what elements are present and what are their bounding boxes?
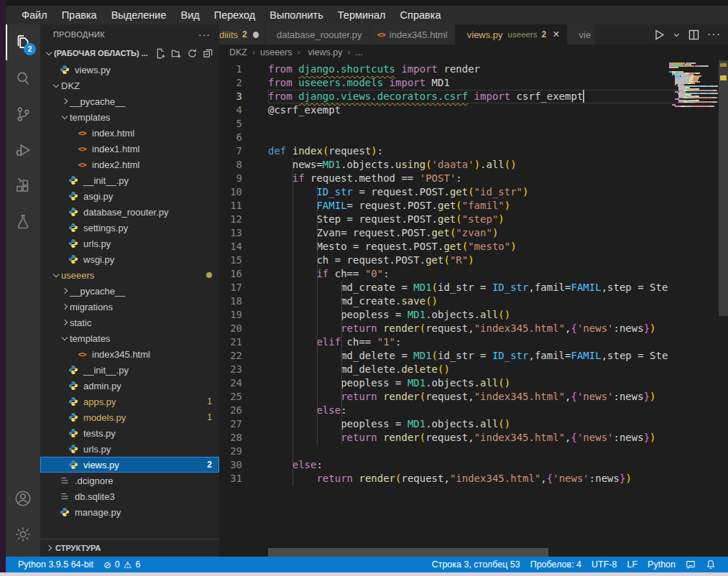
python-file-icon	[68, 206, 79, 218]
breadcrumb-item-DKZ[interactable]: DKZ	[229, 47, 247, 57]
tree-item-DKZ[interactable]: DKZ	[40, 78, 219, 93]
tree-item-tests.py[interactable]: tests.py	[40, 425, 219, 441]
tree-item-index2.html[interactable]: <>index2.html	[40, 157, 219, 172]
minimap[interactable]	[669, 62, 718, 107]
indent-guide	[317, 185, 318, 445]
code-line-24: peopless = MD1.objects.all()	[268, 376, 696, 390]
menu-Терминал[interactable]: Терминал	[331, 6, 393, 24]
python-interpreter-status[interactable]: Python 3.9.5 64-bit	[13, 557, 98, 572]
run-dropdown-icon[interactable]	[673, 31, 681, 39]
tree-item-__init__.py[interactable]: __init__.py	[40, 172, 219, 188]
settings-gear-icon[interactable]	[6, 516, 40, 552]
tree-item-index.html[interactable]: <>index.html	[40, 125, 219, 141]
tree-item-views.py[interactable]: views.py	[40, 62, 219, 78]
account-icon[interactable]	[6, 480, 40, 516]
tree-item-label: __init__.py	[83, 365, 129, 376]
breadcrumb-item-views.py[interactable]: views.py	[305, 47, 342, 57]
run-python-file-icon[interactable]	[653, 29, 665, 41]
tree-item-urls.py[interactable]: urls.py	[40, 441, 219, 457]
new-folder-icon[interactable]	[171, 48, 182, 59]
menu-Выполнить[interactable]: Выполнить	[262, 6, 330, 24]
run-and-debug-icon[interactable]	[6, 132, 40, 168]
search-icon[interactable]	[6, 60, 40, 96]
more-actions-icon[interactable]: ···	[707, 28, 721, 41]
code-line-8: news=MD1.objects.using('daata').all()	[268, 158, 696, 172]
outline-section-header[interactable]: СТРУКТУРА	[40, 539, 219, 557]
refresh-icon[interactable]	[187, 48, 198, 59]
tree-item-static[interactable]: static	[40, 315, 219, 330]
language-mode-status[interactable]: Python	[642, 559, 681, 570]
tab-views.py[interactable]: views.pyuseeers2×	[456, 24, 568, 45]
tree-item-db.sqlite3[interactable]: db.sqlite3	[40, 488, 219, 504]
explorer-icon[interactable]: 2	[6, 24, 40, 60]
horizontal-scrollbar-thumb[interactable]	[268, 548, 548, 557]
python-file-icon	[68, 380, 79, 391]
sidebar-more-actions[interactable]: ···	[198, 29, 211, 40]
split-editor-icon[interactable]	[688, 29, 700, 41]
tree-item-.dcignore[interactable]: .dcignore	[40, 473, 219, 488]
new-file-icon[interactable]	[155, 48, 166, 59]
desktop-edge-left	[0, 0, 6, 576]
code-line-2: from useeers.models import MD1	[268, 76, 696, 90]
tree-item-admin.py[interactable]: admin.py	[40, 378, 219, 394]
code-line-6	[268, 131, 696, 144]
tree-item-label: database_roouter.py	[83, 207, 169, 218]
menu-Справка[interactable]: Справка	[393, 6, 448, 24]
tree-item-settings.py[interactable]: settings.py	[40, 220, 219, 236]
feedback-icon[interactable]	[681, 559, 701, 570]
vertical-scrollbar[interactable]	[719, 60, 728, 557]
editor-group: diiits2database_roouter.py<>index345.htm…	[219, 24, 728, 557]
collapse-all-icon[interactable]	[203, 48, 213, 59]
vertical-scrollbar-thumb[interactable]	[719, 60, 728, 316]
testing-icon[interactable]	[6, 204, 40, 240]
tree-item-label: tests.py	[83, 428, 116, 439]
tab-vie[interactable]: vie	[568, 24, 595, 45]
source-control-icon[interactable]	[6, 96, 40, 132]
tree-item-__init__.py[interactable]: __init__.py	[40, 362, 219, 378]
problems-status[interactable]: ⊘ 0 ⚠ 6	[98, 557, 145, 572]
tree-item-database_roouter.py[interactable]: database_roouter.py	[40, 204, 219, 220]
tab-diiits[interactable]: diiits2	[219, 24, 265, 45]
menu-Переход[interactable]: Переход	[207, 6, 263, 24]
menu-Правка[interactable]: Правка	[55, 6, 104, 24]
code-line-10: ID_str = request.POST.get("id_str")	[268, 185, 696, 199]
tree-item-asgi.py[interactable]: asgi.py	[40, 188, 219, 204]
tree-item-label: templates	[70, 112, 110, 123]
encoding-status[interactable]: UTF-8	[586, 559, 622, 570]
code-line-23: md_delete.delete()	[268, 363, 696, 376]
tree-item-urls.py[interactable]: urls.py	[40, 236, 219, 251]
tree-item-templates[interactable]: templates	[40, 109, 219, 125]
tree-item-views.py[interactable]: views.py2	[40, 457, 219, 473]
tree-item-__pycache__[interactable]: __pycache__	[40, 93, 219, 109]
tree-item-index345.html[interactable]: <>index345.html	[40, 346, 219, 362]
code-editor[interactable]: 1234567891011121314151617181920212223242…	[219, 60, 728, 557]
workspace-section-header[interactable]: (РАБОЧАЯ ОБЛАСТЬ) ...	[40, 45, 219, 62]
code-line-17: md_create = MD1(id_str = ID_str,famil=FA…	[268, 281, 696, 294]
cursor-position-status[interactable]: Строка 3, столбец 53	[427, 559, 525, 570]
tree-item-migrations[interactable]: migrations	[40, 299, 219, 315]
html-file-icon: <>	[76, 127, 88, 139]
notifications-bell-icon[interactable]	[701, 559, 721, 570]
extensions-icon[interactable]	[6, 168, 40, 204]
breadcrumb-item-...[interactable]: ...	[355, 47, 362, 57]
tab-index345.html[interactable]: <>index345.html	[370, 24, 456, 45]
tree-item-label: settings.py	[83, 223, 128, 233]
code-line-25: return render(request,"index345.html",{'…	[268, 390, 696, 404]
tree-item-useeers[interactable]: useeers	[40, 267, 219, 283]
tree-item-manage.py[interactable]: manage.py	[40, 504, 219, 520]
menu-Выделение[interactable]: Выделение	[104, 6, 174, 24]
indentation-status[interactable]: Пробелов: 4	[525, 559, 586, 570]
tab-database_roouter.py[interactable]: database_roouter.py	[265, 24, 370, 45]
menu-Файл[interactable]: Файл	[14, 6, 55, 24]
tree-item-models.py[interactable]: models.py1	[40, 409, 219, 425]
tree-item-__pycache__[interactable]: __pycache__	[40, 283, 219, 299]
tree-item-label: __pycache__	[70, 96, 125, 107]
menu-Вид[interactable]: Вид	[173, 6, 206, 24]
tree-item-wsgi.py[interactable]: wsgi.py	[40, 251, 219, 267]
tree-item-apps.py[interactable]: apps.py1	[40, 394, 219, 409]
tree-item-index1.html[interactable]: <>index1.html	[40, 141, 219, 157]
tree-item-templates[interactable]: templates	[40, 330, 219, 346]
close-tab-icon[interactable]: ×	[553, 29, 559, 40]
breadcrumb-item-useeers[interactable]: useeers	[260, 47, 292, 57]
eol-status[interactable]: LF	[622, 559, 642, 570]
